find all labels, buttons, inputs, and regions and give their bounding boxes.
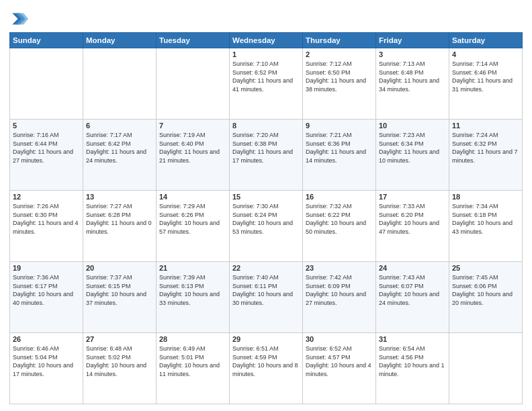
day-number: 12	[13, 193, 80, 201]
day-info: Sunrise: 7:20 AM Sunset: 6:38 PM Dayligh…	[232, 131, 300, 165]
day-number: 15	[232, 193, 300, 201]
calendar-cell: 29Sunrise: 6:51 AM Sunset: 4:59 PM Dayli…	[230, 333, 303, 404]
weekday-header-friday: Friday	[376, 33, 449, 48]
day-info: Sunrise: 7:13 AM Sunset: 6:48 PM Dayligh…	[379, 60, 446, 93]
weekday-header-tuesday: Tuesday	[157, 33, 230, 48]
day-number: 9	[306, 122, 373, 130]
day-info: Sunrise: 7:42 AM Sunset: 6:09 PM Dayligh…	[306, 273, 373, 307]
weekday-header-saturday: Saturday	[449, 33, 523, 48]
day-number: 1	[232, 50, 300, 58]
day-number: 17	[379, 193, 446, 201]
calendar-cell: 25Sunrise: 7:45 AM Sunset: 6:06 PM Dayli…	[449, 262, 523, 333]
weekday-header-row: SundayMondayTuesdayWednesdayThursdayFrid…	[10, 33, 523, 48]
day-number: 19	[13, 264, 80, 272]
calendar-cell: 4Sunrise: 7:14 AM Sunset: 6:46 PM Daylig…	[449, 48, 523, 120]
day-info: Sunrise: 7:14 AM Sunset: 6:46 PM Dayligh…	[452, 60, 519, 93]
logo-icon	[9, 9, 28, 28]
day-info: Sunrise: 7:29 AM Sunset: 6:26 PM Dayligh…	[159, 202, 226, 236]
calendar-cell: 20Sunrise: 7:37 AM Sunset: 6:15 PM Dayli…	[83, 262, 157, 333]
week-row-3: 12Sunrise: 7:26 AM Sunset: 6:30 PM Dayli…	[10, 191, 523, 262]
day-number: 21	[159, 264, 226, 272]
calendar-cell: 11Sunrise: 7:24 AM Sunset: 6:32 PM Dayli…	[449, 120, 523, 191]
day-info: Sunrise: 6:49 AM Sunset: 5:01 PM Dayligh…	[159, 345, 226, 378]
day-info: Sunrise: 7:43 AM Sunset: 6:07 PM Dayligh…	[379, 273, 446, 307]
day-info: Sunrise: 7:37 AM Sunset: 6:15 PM Dayligh…	[86, 273, 153, 307]
weekday-header-wednesday: Wednesday	[230, 33, 303, 48]
calendar-cell: 17Sunrise: 7:33 AM Sunset: 6:20 PM Dayli…	[376, 191, 449, 262]
week-row-4: 19Sunrise: 7:36 AM Sunset: 6:17 PM Dayli…	[10, 262, 523, 333]
calendar-cell: 5Sunrise: 7:16 AM Sunset: 6:44 PM Daylig…	[10, 120, 83, 191]
calendar-table: SundayMondayTuesdayWednesdayThursdayFrid…	[9, 32, 523, 404]
day-info: Sunrise: 7:12 AM Sunset: 6:50 PM Dayligh…	[306, 60, 373, 93]
day-number: 10	[379, 122, 446, 130]
day-info: Sunrise: 7:36 AM Sunset: 6:17 PM Dayligh…	[13, 273, 80, 307]
calendar-cell: 16Sunrise: 7:32 AM Sunset: 6:22 PM Dayli…	[303, 191, 376, 262]
weekday-header-sunday: Sunday	[10, 33, 83, 48]
day-number: 30	[306, 335, 373, 343]
day-info: Sunrise: 7:16 AM Sunset: 6:44 PM Dayligh…	[13, 131, 80, 165]
calendar-cell: 6Sunrise: 7:17 AM Sunset: 6:42 PM Daylig…	[83, 120, 157, 191]
calendar-cell: 27Sunrise: 6:48 AM Sunset: 5:02 PM Dayli…	[83, 333, 157, 404]
day-number: 25	[452, 264, 519, 272]
day-number: 3	[379, 50, 446, 58]
day-info: Sunrise: 6:51 AM Sunset: 4:59 PM Dayligh…	[232, 345, 300, 378]
calendar-cell: 8Sunrise: 7:20 AM Sunset: 6:38 PM Daylig…	[230, 120, 303, 191]
day-info: Sunrise: 7:26 AM Sunset: 6:30 PM Dayligh…	[13, 202, 80, 236]
day-info: Sunrise: 7:24 AM Sunset: 6:32 PM Dayligh…	[452, 131, 519, 165]
day-number: 18	[452, 193, 519, 201]
day-number: 29	[232, 335, 300, 343]
day-info: Sunrise: 6:52 AM Sunset: 4:57 PM Dayligh…	[306, 345, 373, 378]
day-info: Sunrise: 7:27 AM Sunset: 6:28 PM Dayligh…	[86, 202, 153, 236]
calendar-cell: 28Sunrise: 6:49 AM Sunset: 5:01 PM Dayli…	[157, 333, 230, 404]
day-info: Sunrise: 6:48 AM Sunset: 5:02 PM Dayligh…	[86, 345, 153, 378]
header	[9, 7, 523, 28]
weekday-header-thursday: Thursday	[303, 33, 376, 48]
day-info: Sunrise: 7:30 AM Sunset: 6:24 PM Dayligh…	[232, 202, 300, 236]
calendar-cell: 15Sunrise: 7:30 AM Sunset: 6:24 PM Dayli…	[230, 191, 303, 262]
calendar-cell: 14Sunrise: 7:29 AM Sunset: 6:26 PM Dayli…	[157, 191, 230, 262]
calendar-cell: 24Sunrise: 7:43 AM Sunset: 6:07 PM Dayli…	[376, 262, 449, 333]
day-number: 31	[379, 335, 446, 343]
day-number: 23	[306, 264, 373, 272]
day-info: Sunrise: 7:19 AM Sunset: 6:40 PM Dayligh…	[159, 131, 226, 165]
calendar-cell	[449, 333, 523, 404]
calendar-cell: 12Sunrise: 7:26 AM Sunset: 6:30 PM Dayli…	[10, 191, 83, 262]
day-number: 5	[13, 122, 80, 130]
day-number: 27	[86, 335, 153, 343]
week-row-5: 26Sunrise: 6:46 AM Sunset: 5:04 PM Dayli…	[10, 333, 523, 404]
day-number: 11	[452, 122, 519, 130]
calendar-cell: 22Sunrise: 7:40 AM Sunset: 6:11 PM Dayli…	[230, 262, 303, 333]
day-number: 26	[13, 335, 80, 343]
calendar-cell: 7Sunrise: 7:19 AM Sunset: 6:40 PM Daylig…	[157, 120, 230, 191]
day-number: 14	[159, 193, 226, 201]
calendar-cell: 26Sunrise: 6:46 AM Sunset: 5:04 PM Dayli…	[10, 333, 83, 404]
day-number: 20	[86, 264, 153, 272]
calendar-cell: 9Sunrise: 7:21 AM Sunset: 6:36 PM Daylig…	[303, 120, 376, 191]
day-info: Sunrise: 7:21 AM Sunset: 6:36 PM Dayligh…	[306, 131, 373, 165]
day-info: Sunrise: 7:40 AM Sunset: 6:11 PM Dayligh…	[232, 273, 300, 307]
day-info: Sunrise: 7:10 AM Sunset: 6:52 PM Dayligh…	[232, 60, 300, 93]
calendar-cell: 1Sunrise: 7:10 AM Sunset: 6:52 PM Daylig…	[230, 48, 303, 120]
day-number: 22	[232, 264, 300, 272]
calendar-cell	[157, 48, 230, 120]
calendar-cell: 3Sunrise: 7:13 AM Sunset: 6:48 PM Daylig…	[376, 48, 449, 120]
calendar-cell: 21Sunrise: 7:39 AM Sunset: 6:13 PM Dayli…	[157, 262, 230, 333]
page: SundayMondayTuesdayWednesdayThursdayFrid…	[0, 0, 532, 411]
day-number: 24	[379, 264, 446, 272]
calendar-cell: 13Sunrise: 7:27 AM Sunset: 6:28 PM Dayli…	[83, 191, 157, 262]
week-row-1: 1Sunrise: 7:10 AM Sunset: 6:52 PM Daylig…	[10, 48, 523, 120]
calendar-cell: 2Sunrise: 7:12 AM Sunset: 6:50 PM Daylig…	[303, 48, 376, 120]
day-number: 13	[86, 193, 153, 201]
day-info: Sunrise: 7:32 AM Sunset: 6:22 PM Dayligh…	[306, 202, 373, 236]
day-info: Sunrise: 6:54 AM Sunset: 4:56 PM Dayligh…	[379, 345, 446, 378]
day-number: 28	[159, 335, 226, 343]
day-info: Sunrise: 7:39 AM Sunset: 6:13 PM Dayligh…	[159, 273, 226, 307]
calendar-cell: 10Sunrise: 7:23 AM Sunset: 6:34 PM Dayli…	[376, 120, 449, 191]
weekday-header-monday: Monday	[83, 33, 157, 48]
day-number: 8	[232, 122, 300, 130]
day-number: 4	[452, 50, 519, 58]
calendar-cell: 31Sunrise: 6:54 AM Sunset: 4:56 PM Dayli…	[376, 333, 449, 404]
svg-marker-2	[16, 13, 28, 25]
week-row-2: 5Sunrise: 7:16 AM Sunset: 6:44 PM Daylig…	[10, 120, 523, 191]
day-number: 16	[306, 193, 373, 201]
